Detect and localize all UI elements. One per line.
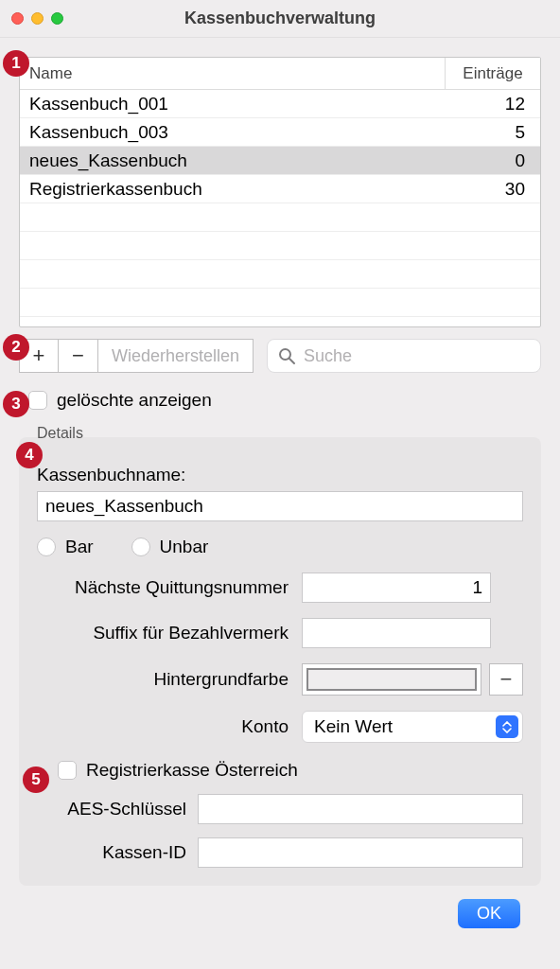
table-body: Kassenbuch_00112Kassenbuch_0035neues_Kas… xyxy=(20,90,540,317)
window-title: Kassenbuchverwaltung xyxy=(0,9,560,28)
suffix-label: Suffix für Bezahlvermerk xyxy=(37,623,302,643)
cell-entries: 5 xyxy=(446,122,540,143)
table-row[interactable]: Kassenbuch_0035 xyxy=(20,118,540,147)
col-entries[interactable]: Einträge xyxy=(446,64,540,83)
next-receipt-row: Nächste Quittungsnummer xyxy=(37,573,523,603)
bgcolor-well[interactable] xyxy=(302,663,481,696)
table-row-empty xyxy=(20,232,540,260)
cell-entries: 30 xyxy=(446,179,540,200)
svg-line-1 xyxy=(289,359,294,363)
suffix-input[interactable] xyxy=(302,618,491,648)
kassenid-input[interactable] xyxy=(198,837,523,868)
restore-button[interactable]: Wiederherstellen xyxy=(98,339,254,373)
bgcolor-label: Hintergrundfarbe xyxy=(37,669,302,690)
kassenid-label: Kassen-ID xyxy=(37,842,198,863)
account-row: Konto Kein Wert xyxy=(37,711,523,743)
table-toolbar: + − Wiederherstellen xyxy=(19,339,541,373)
add-button[interactable]: + xyxy=(19,339,59,373)
zoom-icon[interactable] xyxy=(51,12,63,25)
ok-button[interactable]: OK xyxy=(458,899,520,928)
cashbook-name-label: Kassenbuchname: xyxy=(37,465,523,485)
kassenid-row: Kassen-ID xyxy=(37,837,523,868)
details-legend: Details xyxy=(33,425,87,442)
account-select[interactable]: Kein Wert xyxy=(302,711,523,743)
remove-button[interactable]: − xyxy=(59,339,98,373)
bgcolor-row: Hintergrundfarbe − xyxy=(37,663,523,696)
radio-unbar-label: Unbar xyxy=(160,537,209,557)
radio-bar-label: Bar xyxy=(65,537,94,557)
bgcolor-swatch xyxy=(306,668,477,691)
cell-name: Registrierkassenbuch xyxy=(20,179,446,200)
cell-name: Kassenbuch_001 xyxy=(20,94,446,115)
cell-name: Kassenbuch_003 xyxy=(20,122,446,143)
minimize-icon[interactable] xyxy=(31,12,44,25)
cashbook-table: Name Einträge Kassenbuch_00112Kassenbuch… xyxy=(19,57,541,327)
titlebar: Kassenbuchverwaltung xyxy=(0,0,560,38)
aes-input[interactable] xyxy=(198,794,523,824)
show-deleted-label: gelöschte anzeigen xyxy=(57,390,212,411)
dialog-buttons: OK xyxy=(19,886,541,928)
show-deleted-checkbox[interactable] xyxy=(28,391,47,410)
account-value: Kein Wert xyxy=(314,716,393,737)
cashbook-name-input[interactable] xyxy=(37,491,523,521)
close-icon[interactable] xyxy=(11,12,24,25)
account-label: Konto xyxy=(37,716,302,737)
bgcolor-clear-button[interactable]: − xyxy=(489,663,523,696)
austria-label: Registrierkasse Österreich xyxy=(86,760,298,781)
details-group: Details Kassenbuchname: Bar Unbar Nächst… xyxy=(19,437,541,886)
chevron-updown-icon xyxy=(496,715,518,738)
search-input[interactable] xyxy=(304,346,531,366)
table-row[interactable]: Registrierkassenbuch30 xyxy=(20,175,540,203)
table-row-empty xyxy=(20,289,540,317)
table-header: Name Einträge xyxy=(20,58,540,90)
table-row-empty xyxy=(20,260,540,289)
cell-name: neues_Kassenbuch xyxy=(20,150,446,171)
window-controls xyxy=(11,12,63,25)
suffix-row: Suffix für Bezahlvermerk xyxy=(37,618,523,648)
show-deleted-row: gelöschte anzeigen xyxy=(28,390,541,411)
austria-group: Registrierkasse Österreich AES-Schlüssel… xyxy=(37,760,523,868)
search-field[interactable] xyxy=(267,339,541,373)
cell-entries: 12 xyxy=(446,94,540,115)
table-row-empty xyxy=(20,203,540,232)
next-receipt-input[interactable] xyxy=(302,573,491,603)
aes-row: AES-Schlüssel xyxy=(37,794,523,824)
payment-type-row: Bar Unbar xyxy=(37,537,523,557)
radio-bar-item[interactable]: Bar xyxy=(37,537,94,557)
cell-entries: 0 xyxy=(446,150,540,171)
table-row[interactable]: Kassenbuch_00112 xyxy=(20,90,540,118)
col-name[interactable]: Name xyxy=(20,64,445,83)
aes-label: AES-Schlüssel xyxy=(37,799,198,819)
austria-checkbox[interactable] xyxy=(58,761,77,780)
search-icon xyxy=(277,346,296,365)
table-row[interactable]: neues_Kassenbuch0 xyxy=(20,147,540,175)
radio-bar[interactable] xyxy=(37,537,56,556)
radio-unbar[interactable] xyxy=(131,537,150,556)
addremove-group: + − Wiederherstellen xyxy=(19,339,254,373)
austria-row: Registrierkasse Österreich xyxy=(58,760,523,781)
next-receipt-label: Nächste Quittungsnummer xyxy=(37,577,302,598)
radio-unbar-item[interactable]: Unbar xyxy=(131,537,209,557)
